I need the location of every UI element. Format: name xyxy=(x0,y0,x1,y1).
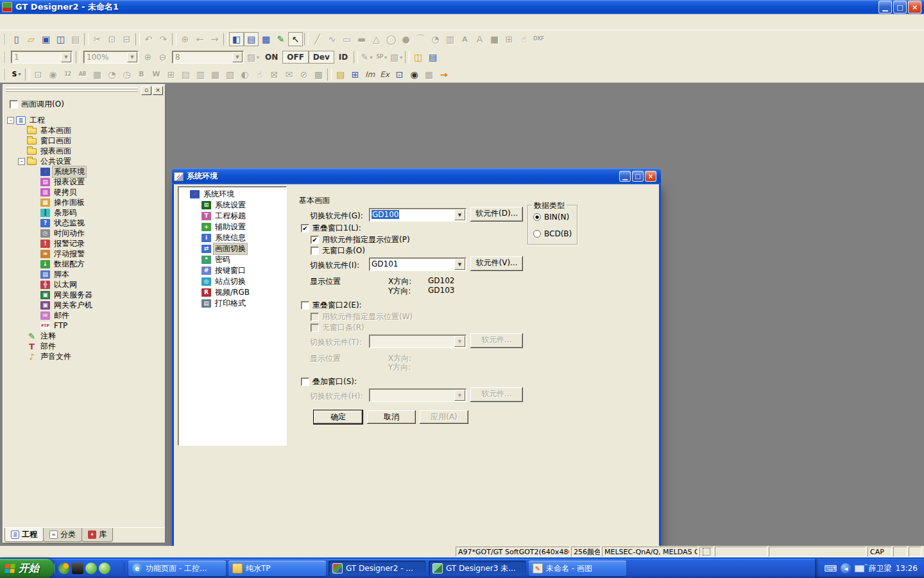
save-icon[interactable]: ▣ xyxy=(38,32,53,46)
tree-floating-alarm[interactable]: ≈ 浮动报警 xyxy=(3,249,165,259)
no-window-bar1-checkbox[interactable] xyxy=(311,247,319,255)
select-cursor-icon[interactable]: ↖ xyxy=(288,32,303,46)
dialog-tree-video-rgb[interactable]: R 视频/RGB xyxy=(178,287,286,298)
memo-board-icon[interactable]: ▤ xyxy=(333,67,348,82)
tree-project[interactable]: - ≣ 工程 xyxy=(3,115,165,125)
tree-base-screen[interactable]: 基本画面 xyxy=(3,125,165,136)
tree-barcode[interactable]: ║ 条形码 xyxy=(3,207,165,218)
chevron-down-icon[interactable]: ▼ xyxy=(454,209,465,220)
tree-comment[interactable]: ✎ 注释 xyxy=(3,331,165,341)
tree-status-watch[interactable]: ? 状态监视 xyxy=(3,218,165,228)
menu-tools[interactable] xyxy=(82,19,94,24)
find-device-icon[interactable]: ◉ xyxy=(407,67,422,82)
dialog-tree-key-window[interactable]: # 按键窗口 xyxy=(178,265,286,276)
tree-script[interactable]: ▤ 脚本 xyxy=(3,269,165,279)
menu-help[interactable] xyxy=(117,19,128,24)
screen-call-icon[interactable]: ◫ xyxy=(411,50,425,64)
device-button-1[interactable]: 软元件(D)... xyxy=(470,207,523,222)
menu-window[interactable] xyxy=(105,19,117,24)
dialog-maximize-button[interactable]: □ xyxy=(632,171,644,182)
cancel-button[interactable]: 取消 xyxy=(367,410,416,424)
task-paint[interactable]: ✎ 未命名 - 画图 xyxy=(529,561,626,576)
tab-project[interactable]: ≣ 工程 xyxy=(4,528,44,542)
window-close-button[interactable]: × xyxy=(908,1,921,13)
menu-common-settings[interactable] xyxy=(47,19,59,24)
keyboard-icon[interactable]: ⌨ xyxy=(824,563,837,574)
bcd-radio[interactable] xyxy=(533,230,541,238)
tree-sound-file[interactable]: ♪ 声音文件 xyxy=(3,351,165,362)
new-screen-icon[interactable]: ◫ xyxy=(53,32,68,46)
chevron-down-icon[interactable]: ▼ xyxy=(61,52,71,62)
bin-radio[interactable]: ● xyxy=(533,213,541,221)
window-preview-icon[interactable]: ▩ xyxy=(259,32,273,46)
task-folder-pure-water[interactable]: 纯水TP xyxy=(228,561,326,576)
tab-category[interactable]: ≡ 分类 xyxy=(43,528,82,542)
tree-window-screen[interactable]: 窗口画面 xyxy=(3,136,165,146)
dialog-tree-password[interactable]: * 密码 xyxy=(178,254,286,265)
quick-launch-security-icon[interactable] xyxy=(72,563,83,574)
dialog-tree-station-switching[interactable]: ◎ 站点切换 xyxy=(178,276,286,287)
chevron-down-icon[interactable]: ▼ xyxy=(232,52,243,62)
ok-button[interactable]: 确定 xyxy=(314,410,363,424)
id-display-button[interactable]: ID xyxy=(334,51,352,64)
superimpose-window-checkbox[interactable] xyxy=(301,378,309,386)
switch-dropdown-button[interactable]: S xyxy=(9,67,24,82)
tree-expander[interactable]: - xyxy=(7,117,14,124)
menu-object[interactable] xyxy=(71,19,82,24)
tree-parts[interactable]: T 部件 xyxy=(3,341,165,351)
dialog-tree-auxiliary-settings[interactable]: + 辅助设置 xyxy=(178,222,286,232)
quick-launch-overflow-chevron[interactable] xyxy=(112,563,120,574)
data-browser-icon[interactable]: ⊞ xyxy=(348,67,363,82)
jump-icon[interactable]: → xyxy=(436,67,451,82)
data-view-icon[interactable]: ▤ xyxy=(244,32,259,46)
tree-hard-copy[interactable]: ▥ 硬拷贝 xyxy=(3,187,165,197)
lamp-on-button[interactable]: ON xyxy=(261,51,282,64)
tree-operation-panel[interactable]: ▦ 操作面板 xyxy=(3,197,165,207)
zoom-level-combo[interactable]: 100% ▼ xyxy=(83,51,139,64)
export-icon[interactable]: Ex xyxy=(377,67,392,82)
tree-gateway-server[interactable]: ▣ 网关服务器 xyxy=(3,290,165,300)
panel-drag-handle[interactable] xyxy=(6,87,138,92)
dialog-tree-system-information[interactable]: i 系统信息 xyxy=(178,232,286,243)
dialog-tree-print-format[interactable]: ▤ 打印格式 xyxy=(178,298,286,309)
menu-project[interactable] xyxy=(1,19,13,24)
tree-ethernet[interactable]: ╬ 以太网 xyxy=(3,279,165,290)
print-preview-icon[interactable]: ⊡ xyxy=(392,67,407,82)
switch-device-combo[interactable]: GD100 ▼ xyxy=(369,208,466,222)
tree-recipe[interactable]: ↓ 数据配方 xyxy=(3,259,165,269)
overlap-window1-checkbox[interactable]: ✔ xyxy=(301,224,309,232)
tree-alarm-history[interactable]: ! 报警记录 xyxy=(3,238,165,249)
device-list-icon[interactable]: ▤ xyxy=(425,50,440,64)
screen-image-icon[interactable]: ◧ xyxy=(229,32,244,46)
menu-screen[interactable] xyxy=(36,19,47,24)
window-maximize-button[interactable]: □ xyxy=(893,1,907,13)
edit-pen-icon[interactable]: ✎ xyxy=(273,32,288,46)
dialog-tree-system-environment[interactable]: ✓ 系统环境 xyxy=(178,189,286,200)
menu-communication[interactable] xyxy=(94,19,105,24)
tree-gateway-client[interactable]: ▣ 网关客户机 xyxy=(3,300,165,310)
chevron-down-icon[interactable]: ▼ xyxy=(454,259,465,270)
tree-report-screen[interactable]: 报表画面 xyxy=(3,146,165,156)
tree-expander[interactable]: - xyxy=(18,158,25,165)
panel-close-button[interactable]: × xyxy=(153,86,163,95)
switch-device1-combo[interactable]: GD101 ▼ xyxy=(369,258,466,271)
menu-view[interactable] xyxy=(24,19,36,24)
start-button[interactable]: 开始 xyxy=(0,559,55,578)
panel-float-button[interactable]: ▫ xyxy=(141,86,151,95)
dialog-tree-screen-switching[interactable]: ⇄ 画面切换 xyxy=(178,243,286,254)
new-icon[interactable]: ▯ xyxy=(9,32,24,46)
window-minimize-button[interactable]: ▁ xyxy=(878,1,892,13)
tree-ftp[interactable]: FTP FTP xyxy=(3,320,165,331)
screen-number-combo[interactable]: 1 ▼ xyxy=(11,51,73,64)
dialog-minimize-button[interactable]: ▁ xyxy=(619,171,631,182)
quick-launch-browser-icon[interactable] xyxy=(85,563,97,574)
task-gt-designer2[interactable]: GT Designer2 - ... xyxy=(329,561,426,576)
chevron-down-icon[interactable]: ▼ xyxy=(127,52,137,62)
quick-launch-player-icon[interactable] xyxy=(58,563,70,574)
quick-launch-update-icon[interactable] xyxy=(99,563,110,574)
menu-edit[interactable] xyxy=(13,19,24,24)
tree-mail[interactable]: ✉ 邮件 xyxy=(3,310,165,320)
menu-figure[interactable] xyxy=(59,19,71,24)
device-display-button[interactable]: Dev xyxy=(309,51,334,64)
tree-time-action[interactable]: ◷ 时间动作 xyxy=(3,228,165,238)
